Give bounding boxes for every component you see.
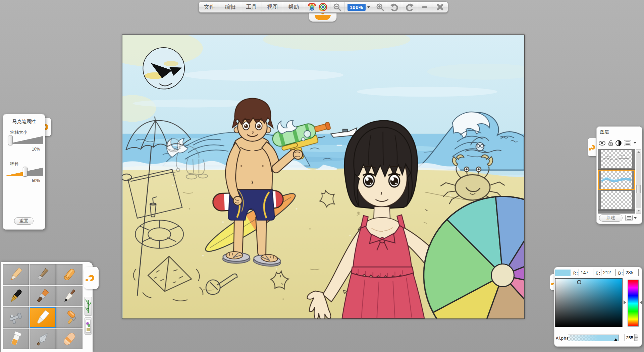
redo-button[interactable]	[402, 2, 417, 12]
drawing-canvas[interactable]	[122, 35, 525, 319]
tool-airbrush[interactable]	[3, 307, 29, 328]
clown-smile-icon	[315, 15, 331, 20]
blue-label: B:	[618, 271, 624, 276]
tool-colored-pencil[interactable]	[3, 264, 29, 285]
layers-bottom-menu	[625, 215, 637, 221]
layers-menu-caret-icon[interactable]	[634, 142, 636, 144]
zoom-level-control[interactable]: 100%	[344, 2, 373, 12]
bamboo-icon	[86, 299, 91, 314]
tool-palette-knife[interactable]	[30, 329, 56, 349]
app-logo-buttons	[304, 2, 330, 12]
sun-with-sunglasses	[143, 48, 184, 89]
dilution-slider-handle[interactable]	[23, 167, 28, 177]
layers-menu-button[interactable]	[624, 140, 631, 146]
tool-crayon[interactable]	[56, 264, 83, 285]
brush-size-slider-handle[interactable]	[8, 135, 13, 145]
visibility-eye-icon[interactable]	[598, 140, 606, 146]
dilution-label: 稀释	[10, 161, 19, 167]
scroll-down-button[interactable]	[636, 208, 641, 213]
application-window: { "menubar": { "items": ["文件", "编辑", "工具…	[0, 0, 644, 352]
marker-panel-title: 马克笔属性	[3, 119, 45, 125]
layer-row-wave-selected[interactable]	[598, 170, 635, 190]
alpha-increment-button[interactable]	[634, 334, 638, 338]
tool-eraser[interactable]	[56, 329, 83, 349]
hue-marker-right-icon[interactable]	[640, 300, 642, 304]
current-color-swatch	[555, 270, 571, 276]
layer-row-bottom[interactable]	[598, 190, 635, 211]
color-picker-panel: R: G: B: Alpha	[554, 267, 642, 347]
layers-scrollbar[interactable]	[636, 149, 641, 214]
dilution-value: 50%	[32, 178, 40, 183]
tool-palette	[1, 262, 93, 352]
close-icon	[436, 3, 444, 11]
menu-view[interactable]: 视图	[262, 2, 283, 12]
orange-c-icon	[87, 274, 95, 282]
layer-list	[598, 149, 635, 214]
scroll-up-button[interactable]	[636, 150, 641, 155]
tool-palette-tab[interactable]	[84, 267, 99, 289]
menu-tools[interactable]: 工具	[241, 2, 262, 12]
layer-row-sketch[interactable]	[598, 149, 635, 170]
zoom-out-button[interactable]	[330, 2, 344, 12]
orange-dot-icon	[86, 279, 88, 281]
undo-button[interactable]	[387, 2, 402, 12]
alpha-gradient	[568, 335, 619, 341]
undo-icon	[390, 3, 399, 11]
tool-fountain-pen[interactable]	[3, 286, 29, 306]
blend-halfmoon-icon[interactable]	[615, 140, 622, 146]
red-label: R:	[573, 271, 579, 276]
picture-stamp-button[interactable]	[85, 317, 92, 335]
layer-options-caret-icon[interactable]	[634, 217, 637, 219]
menu-file[interactable]: 文件	[199, 2, 220, 12]
brush-size-label: 笔触大小	[10, 129, 28, 135]
alpha-spinner	[625, 334, 638, 341]
color-cursor[interactable]	[577, 280, 581, 284]
alpha-label: Alpha	[556, 336, 569, 341]
hue-marker-left-icon[interactable]	[624, 300, 626, 304]
picture-icon	[86, 319, 91, 333]
tool-paint-brush[interactable]	[30, 286, 56, 306]
layers-panel-title: 图层	[600, 129, 609, 135]
reset-button[interactable]: 重置	[14, 217, 34, 225]
scrollbar-thumb[interactable]	[636, 185, 641, 193]
tool-marker[interactable]	[30, 307, 56, 328]
canvas-artwork[interactable]	[122, 35, 524, 318]
new-layer-button[interactable]: 新建	[599, 214, 623, 222]
minimize-button[interactable]	[417, 2, 432, 12]
zoom-level-value[interactable]: 100%	[347, 4, 366, 11]
tool-ink-brush[interactable]	[56, 286, 83, 306]
layer-thumbnail-wave	[601, 171, 632, 189]
menu-edit[interactable]: 编辑	[220, 2, 241, 12]
unlock-icon[interactable]	[608, 140, 613, 146]
minimize-icon	[421, 3, 429, 11]
layer-options-button[interactable]	[625, 215, 633, 221]
close-button[interactable]	[432, 2, 448, 12]
tool-paint-bottle[interactable]	[3, 329, 29, 349]
alpha-input[interactable]	[625, 334, 634, 341]
tool-grid	[3, 264, 83, 349]
alpha-decrement-button[interactable]	[634, 338, 638, 341]
green-label: G:	[596, 271, 601, 276]
orange-dot-icon	[551, 283, 553, 285]
zoom-in-icon	[376, 3, 384, 11]
green-input[interactable]	[601, 269, 616, 276]
tool-charcoal-pencil[interactable]	[30, 264, 56, 285]
zoom-out-icon	[333, 3, 341, 11]
layers-panel: 图层	[596, 126, 642, 224]
alpha-marker-icon[interactable]	[614, 338, 618, 341]
bamboo-stamp-button[interactable]	[85, 297, 92, 316]
menu-help[interactable]: 帮助	[283, 2, 304, 12]
tool-paint-roller[interactable]	[56, 307, 83, 328]
hue-slider[interactable]	[628, 280, 639, 327]
zoom-in-button[interactable]	[373, 2, 387, 12]
blue-input[interactable]	[624, 269, 639, 276]
layer-thumbnail-sketch	[601, 150, 632, 168]
layers-toolbar	[598, 140, 636, 146]
redo-icon	[405, 3, 414, 11]
alpha-slider[interactable]	[568, 335, 619, 341]
red-input[interactable]	[579, 269, 593, 276]
zoom-dropdown-caret-icon[interactable]	[367, 6, 370, 8]
saturation-value-field[interactable]	[555, 278, 623, 327]
app-logo-swirl-icon[interactable]	[318, 2, 328, 12]
app-logo-figure-icon[interactable]	[307, 2, 317, 12]
